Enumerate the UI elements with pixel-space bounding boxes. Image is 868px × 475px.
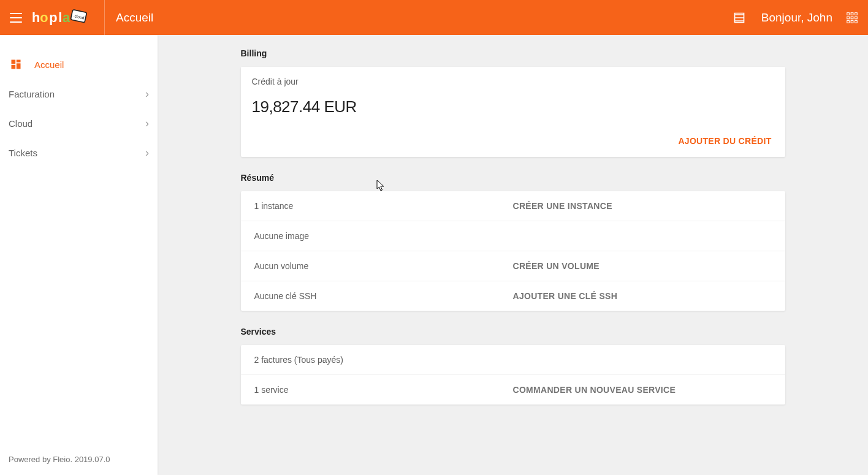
billing-card: Crédit à jour 19,827.44 EUR Ajouter du c… [241, 67, 785, 157]
services-row: 2 factures (Tous payés) [241, 345, 785, 375]
main-content: Billing Crédit à jour 19,827.44 EUR Ajou… [158, 35, 868, 475]
services-card: 2 factures (Tous payés) 1 service Comman… [241, 345, 785, 405]
apps-grid-icon[interactable] [845, 10, 859, 25]
svg-rect-9 [855, 12, 858, 15]
sidebar-item-accueil[interactable]: Accueil [0, 50, 158, 79]
menu-toggle-icon[interactable] [9, 10, 23, 25]
sidebar-item-label: Accueil [34, 59, 149, 70]
svg-rect-13 [847, 20, 850, 23]
sidebar-item-label: Tickets [9, 148, 145, 158]
services-row-text: 1 service [254, 385, 513, 395]
add-credit-button[interactable]: Ajouter du crédit [672, 131, 777, 151]
credit-amount: 19,827.44 EUR [252, 97, 774, 116]
services-row-action[interactable]: Commander un nouveau service [513, 385, 676, 395]
svg-rect-15 [855, 20, 858, 23]
footer-text: Powered by Fleio. 2019.07.0 [0, 455, 158, 475]
sidebar-item-label: Cloud [9, 118, 145, 129]
resume-row-action[interactable]: Ajouter une clé SSH [513, 291, 618, 301]
user-greeting[interactable]: Bonjour, John [761, 11, 832, 25]
svg-rect-17 [17, 60, 21, 63]
sidebar-item-cloud[interactable]: Cloud › [0, 108, 158, 138]
sidebar-item-facturation[interactable]: Facturation › [0, 79, 158, 108]
svg-rect-7 [847, 12, 850, 15]
svg-text:o: o [40, 9, 48, 25]
resume-row-action[interactable]: Créer une instance [513, 201, 612, 211]
page-title: Accueil [116, 11, 153, 25]
svg-rect-19 [12, 65, 16, 69]
chevron-right-icon: › [145, 146, 149, 159]
services-row: 1 service Commander un nouveau service [241, 375, 785, 405]
svg-rect-10 [847, 17, 850, 19]
resume-row: Aucun volume Créer un volume [241, 251, 785, 281]
section-title-billing: Billing [241, 48, 785, 58]
resume-row: 1 instance Créer une instance [241, 191, 785, 221]
topbar: h o p l a .cloud Accueil Bonjour, John [0, 0, 868, 35]
svg-text:a: a [63, 9, 70, 25]
credit-label: Crédit à jour [252, 77, 774, 86]
svg-rect-16 [12, 60, 16, 64]
sidebar-item-tickets[interactable]: Tickets › [0, 138, 158, 167]
chevron-right-icon: › [145, 88, 149, 101]
resume-card: 1 instance Créer une instance Aucune ima… [241, 191, 785, 311]
list-icon[interactable] [732, 10, 747, 25]
svg-text:l: l [58, 9, 62, 25]
logo[interactable]: h o p l a .cloud [32, 0, 105, 35]
svg-rect-8 [851, 12, 853, 15]
resume-row: Aucune image [241, 221, 785, 251]
resume-row-action[interactable]: Créer un volume [513, 261, 600, 271]
resume-row-text: Aucune clé SSH [254, 291, 513, 301]
svg-rect-14 [851, 20, 853, 23]
resume-row-text: 1 instance [254, 201, 513, 211]
svg-text:p: p [49, 9, 57, 25]
resume-row-text: Aucune image [254, 231, 513, 241]
sidebar-item-label: Facturation [9, 89, 145, 99]
dashboard-icon [9, 57, 23, 72]
resume-row: Aucune clé SSH Ajouter une clé SSH [241, 281, 785, 311]
services-row-text: 2 factures (Tous payés) [254, 355, 513, 365]
resume-row-text: Aucun volume [254, 261, 513, 271]
svg-rect-18 [17, 63, 21, 69]
sidebar: Accueil Facturation › Cloud › Tickets › … [0, 35, 158, 475]
section-title-resume: Résumé [241, 173, 785, 183]
svg-rect-12 [855, 17, 858, 19]
chevron-right-icon: › [145, 117, 149, 130]
svg-text:h: h [32, 9, 40, 25]
svg-rect-11 [851, 17, 853, 19]
section-title-services: Services [241, 327, 785, 336]
